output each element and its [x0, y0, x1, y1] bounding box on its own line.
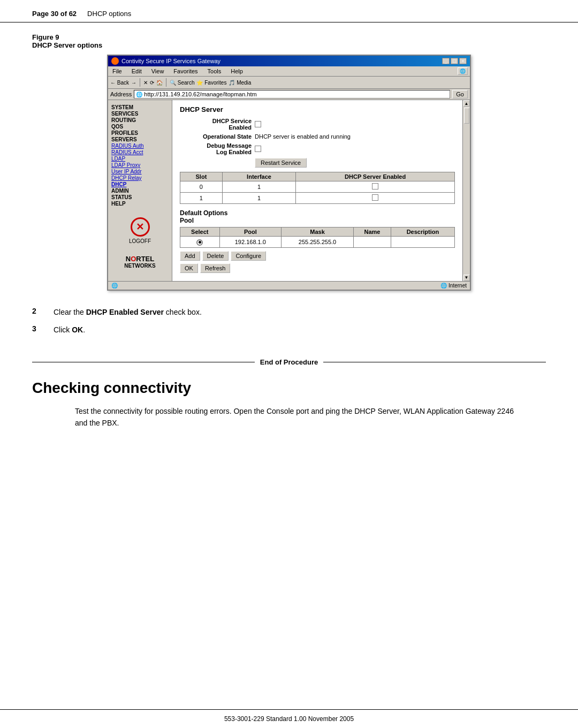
- browser-main-panel: DHCP Server DHCP ServiceEnabled Operatio…: [172, 100, 462, 281]
- sidebar-item-radius-auth[interactable]: RADIUS Auth: [111, 143, 169, 149]
- sidebar-item-ldap-proxy[interactable]: LDAP Proxy: [111, 162, 169, 168]
- debug-message-label: Debug MessageLog Enabled: [180, 142, 255, 155]
- col-interface: Interface: [222, 172, 295, 181]
- sidebar-item-radius-acct[interactable]: RADIUS Acct: [111, 149, 169, 155]
- pool-ip: 192.168.1.0: [219, 237, 281, 248]
- service-enabled-checkbox[interactable]: [255, 121, 261, 127]
- browser-body: SYSTEM SERVICES ROUTING QOS PROFILES SER…: [108, 100, 470, 281]
- refresh-button[interactable]: Refresh: [200, 263, 231, 273]
- favorites-button[interactable]: ⭐ Favorites: [196, 80, 226, 86]
- dhcp-server-title: DHCP Server: [180, 105, 455, 113]
- operational-state-value: DHCP server is enabled and running: [255, 133, 351, 140]
- configure-button[interactable]: Configure: [231, 251, 266, 261]
- browser-sidebar: SYSTEM SERVICES ROUTING QOS PROFILES SER…: [108, 100, 172, 281]
- page-section-title: DHCP options: [87, 10, 131, 18]
- menu-view[interactable]: View: [149, 67, 166, 75]
- sidebar-item-services[interactable]: SERVICES: [111, 111, 169, 117]
- dhcp-checkbox-1[interactable]: [372, 194, 378, 201]
- ie-icon: 🌐: [458, 67, 468, 75]
- section-heading: Checking connectivity: [32, 380, 546, 397]
- internet-icon: 🌐: [440, 283, 447, 289]
- menu-tools[interactable]: Tools: [206, 67, 224, 75]
- close-button[interactable]: ×: [459, 58, 467, 64]
- scroll-up-arrow[interactable]: ▲: [463, 100, 470, 107]
- status-page-icon: 🌐: [111, 283, 118, 289]
- sidebar-item-admin[interactable]: ADMIN: [111, 188, 169, 194]
- iface-0: 1: [222, 181, 295, 193]
- pool-col-select: Select: [180, 228, 220, 237]
- sidebar-item-ldap[interactable]: LDAP: [111, 156, 169, 162]
- address-field[interactable]: 🌐 http://131.149.210.62/manage/ltopman.h…: [134, 90, 450, 98]
- scroll-thumb[interactable]: [464, 108, 469, 124]
- main-content: Figure 9 DHCP Server options Contivity S…: [0, 22, 578, 439]
- col-dhcp-enabled: DHCP Server Enabled: [296, 172, 455, 181]
- step-3-text: Click OK.: [54, 324, 85, 336]
- dhcp-checkbox-0[interactable]: [372, 183, 378, 189]
- logoff-label: LOGOFF: [129, 238, 151, 244]
- step-2: 2 Clear the DHCP Enabled Server check bo…: [32, 307, 546, 318]
- window-controls[interactable]: _ □ ×: [442, 58, 467, 64]
- pool-row: 192.168.1.0 255.255.255.0: [180, 237, 455, 248]
- iface-1: 1: [222, 193, 295, 204]
- menu-favorites[interactable]: Favorites: [171, 67, 200, 75]
- sidebar-item-dhcp-relay[interactable]: DHCP Relay: [111, 175, 169, 181]
- sidebar-item-profiles[interactable]: PROFILES: [111, 130, 169, 136]
- restart-service-button[interactable]: Restart Service: [255, 158, 307, 168]
- refresh-toolbar-button[interactable]: ⟳: [150, 80, 154, 86]
- add-button[interactable]: Add: [180, 251, 200, 261]
- ok-button[interactable]: OK: [180, 263, 198, 273]
- pool-mask: 255.255.255.0: [281, 237, 353, 248]
- page-footer: 553-3001-229 Standard 1.00 November 2005: [0, 709, 578, 728]
- step-2-text: Clear the DHCP Enabled Server check box.: [54, 307, 202, 318]
- search-button[interactable]: 🔍 Search: [170, 80, 194, 86]
- browser-title: Contivity Secure IP Services Gateway: [121, 58, 220, 64]
- delete-button[interactable]: Delete: [202, 251, 229, 261]
- status-internet: 🌐 Internet: [440, 283, 467, 289]
- footer-text: 553-3001-229 Standard 1.00 November 2005: [224, 715, 354, 723]
- sidebar-item-dhcp[interactable]: DHCP: [111, 181, 169, 187]
- sidebar-item-servers[interactable]: SERVERS: [111, 136, 169, 142]
- browser-titlebar: Contivity Secure IP Services Gateway _ □…: [108, 56, 470, 66]
- pool-col-pool: Pool: [219, 228, 281, 237]
- title-left: Contivity Secure IP Services Gateway: [111, 57, 220, 65]
- back-button[interactable]: ← Back: [110, 80, 129, 86]
- stop-button[interactable]: ✕: [143, 80, 148, 86]
- pool-col-mask: Mask: [281, 228, 353, 237]
- menu-file[interactable]: File: [110, 67, 124, 75]
- pool-select-radio[interactable]: [196, 239, 203, 246]
- browser-toolbar: ← Back → ✕ ⟳ 🏠 🔍 Search ⭐ Favorites 🎵 Me…: [108, 77, 470, 89]
- forward-button[interactable]: →: [131, 80, 136, 86]
- interface-table: Slot Interface DHCP Server Enabled 0 1 1: [180, 172, 455, 204]
- browser-scrollbar[interactable]: ▲ ▼: [462, 100, 470, 281]
- address-label: Address: [110, 91, 132, 97]
- steps-section: 2 Clear the DHCP Enabled Server check bo…: [32, 301, 546, 347]
- dhcp-enabled-1: [296, 193, 455, 204]
- logoff-section: ✕ LOGOFF: [111, 217, 169, 244]
- body-text: Test the connectivity for possible routi…: [75, 405, 514, 429]
- menu-help[interactable]: Help: [229, 67, 245, 75]
- go-button[interactable]: Go: [452, 90, 468, 98]
- minimize-button[interactable]: _: [442, 58, 450, 64]
- sidebar-item-help[interactable]: HELP: [111, 201, 169, 207]
- page-header: Page 30 of 62 DHCP options: [0, 0, 578, 22]
- menu-edit[interactable]: Edit: [130, 67, 144, 75]
- step-3-bold: OK: [72, 325, 83, 334]
- sidebar-item-user-ip-addr[interactable]: User IP Addr: [111, 169, 169, 175]
- sidebar-item-system[interactable]: SYSTEM: [111, 104, 169, 110]
- service-enabled-label: DHCP ServiceEnabled: [180, 118, 255, 131]
- nortel-logo: NORTEL NETWORKS: [111, 255, 169, 269]
- pool-col-description: Description: [391, 228, 454, 237]
- maximize-button[interactable]: □: [451, 58, 458, 64]
- sidebar-item-routing[interactable]: ROUTING: [111, 117, 169, 123]
- pool-title: Default OptionsPool: [180, 209, 455, 224]
- logoff-button[interactable]: ✕: [131, 217, 150, 237]
- sidebar-item-qos[interactable]: QOS: [111, 124, 169, 130]
- operational-state-row: Operational State DHCP server is enabled…: [180, 133, 455, 140]
- home-button[interactable]: 🏠: [156, 80, 163, 86]
- scroll-down-arrow[interactable]: ▼: [463, 275, 470, 281]
- sidebar-item-status[interactable]: STATUS: [111, 194, 169, 200]
- media-button[interactable]: 🎵 Media: [229, 80, 251, 86]
- debug-message-checkbox[interactable]: [255, 146, 261, 152]
- radio-inner: [199, 241, 201, 244]
- nortel-name: NORTEL: [111, 255, 169, 263]
